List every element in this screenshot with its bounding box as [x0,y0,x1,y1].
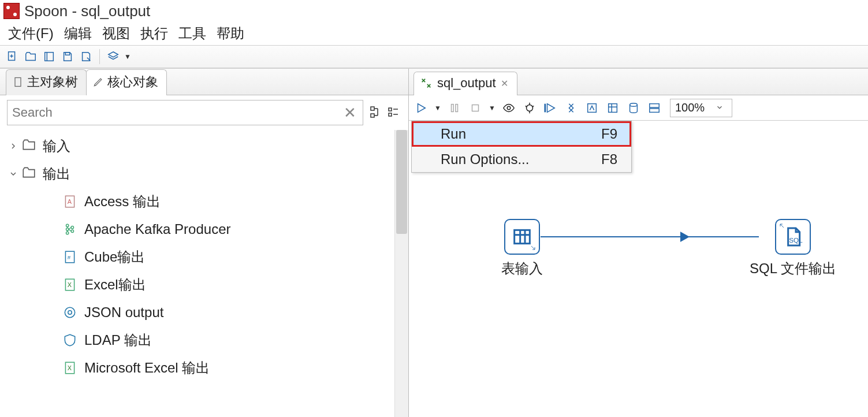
tree-item-json-output[interactable]: JSON output [6,299,394,326]
step-table-input[interactable]: 表输入 [501,219,543,278]
menu-file[interactable]: 文件(F) [5,22,57,45]
toolbar-separator [99,49,100,64]
menu-run[interactable]: 执行 [137,22,172,45]
open-folder-icon[interactable] [23,49,38,64]
tree-item-excel-output[interactable]: X Excel输出 [6,271,394,299]
save-icon[interactable] [60,49,75,64]
tree-folder-input[interactable]: 输入 [6,132,394,160]
zoom-selector[interactable]: 100% [670,99,732,117]
menu-item-run-label: Run [441,126,466,142]
workspace: 主对象树 核心对象 ✕ 输入 [0,68,868,417]
svg-text:X: X [68,281,72,288]
hop-arrow[interactable] [541,236,759,237]
stop-dropdown-icon[interactable]: ▼ [489,104,496,112]
tree-item-access-output[interactable]: A Access 输出 [6,188,394,215]
tab-core-objects-label: 核心对象 [107,73,158,91]
menu-item-run-options-label: Run Options... [441,151,529,167]
svg-text:A: A [68,198,72,205]
excel-file-icon: X [61,359,79,377]
step-sql-output-label: SQL 文件输出 [750,259,836,278]
clear-search-icon[interactable]: ✕ [342,105,358,121]
tree-scrollbar[interactable] [394,130,408,417]
ldap-shield-icon [61,332,79,349]
left-tabs: 主对象树 核心对象 [0,69,408,95]
impact-icon[interactable] [584,100,599,116]
svg-rect-34 [456,104,458,111]
close-tab-icon[interactable]: ✕ [501,79,509,87]
svg-point-16 [66,232,69,234]
tree-item-ms-excel-output[interactable]: X Microsoft Excel 输出 [6,354,394,382]
perspectives-icon[interactable] [106,49,121,64]
chevron-down-icon [6,169,21,178]
tree-view-icon[interactable] [369,105,384,120]
new-file-icon[interactable] [5,49,20,64]
perspectives-dropdown-icon[interactable]: ▼ [124,53,131,61]
tree-item-label: Access 输出 [84,192,161,211]
search-box: ✕ [7,100,363,125]
run-dropdown-icon[interactable]: ▼ [434,104,441,112]
run-dropdown-menu: Run F9 Run Options... F8 [411,121,632,173]
svg-point-15 [66,224,69,226]
access-file-icon: A [61,193,79,210]
stop-button[interactable] [468,100,483,116]
explore-repo-icon[interactable] [42,49,57,64]
tree-folder-output[interactable]: 输出 [6,160,394,188]
transformation-icon [420,77,433,90]
tab-core-objects[interactable]: 核心对象 [86,69,167,95]
svg-rect-10 [389,113,392,116]
search-input[interactable] [12,105,342,120]
svg-rect-7 [371,107,374,110]
zoom-value: 100% [675,101,716,114]
menu-edit[interactable]: 编辑 [61,22,95,45]
run-button[interactable] [413,100,429,116]
svg-rect-45 [609,103,617,112]
menu-view[interactable]: 视图 [99,22,133,45]
object-tree: 输入 输出 A Access 输出 Apache Kafka Producer … [0,130,394,417]
spoon-app-icon [3,3,20,19]
svg-text:X: X [68,364,72,371]
replay-icon[interactable] [543,100,558,116]
tree-item-label: JSON output [84,304,163,321]
sql-icon[interactable] [605,100,620,116]
save-as-icon[interactable] [79,49,94,64]
svg-line-22 [69,228,71,229]
folder-icon [21,137,38,155]
editor-toolbar: ▼ ▼ 100% Run F9 Run Options. [409,95,868,121]
editor-tabs: sql_output ✕ [409,69,868,95]
table-input-icon [504,219,540,255]
sql-file-output-icon: SQL [775,219,811,255]
explore-db-icon[interactable] [626,100,641,116]
tree-container: 输入 输出 A Access 输出 Apache Kafka Producer … [0,130,408,417]
tree-item-kafka-producer[interactable]: Apache Kafka Producer [6,215,394,243]
tab-main-tree[interactable]: 主对象树 [6,69,87,95]
svg-marker-32 [418,103,426,112]
scrollbar-thumb[interactable] [396,130,407,234]
menu-tools[interactable]: 工具 [175,22,210,45]
editor-tab-sql-output[interactable]: sql_output ✕ [413,72,517,95]
step-table-input-label: 表输入 [501,259,543,278]
svg-rect-48 [650,108,660,111]
tree-item-cube-output[interactable]: # Cube输出 [6,243,394,271]
step-sql-file-output[interactable]: SQL SQL 文件输出 [750,219,836,278]
debug-icon[interactable] [522,100,537,116]
list-view-icon[interactable] [386,105,401,120]
svg-point-37 [527,105,533,111]
svg-rect-5 [65,53,69,55]
preview-icon[interactable] [501,100,516,116]
svg-marker-42 [547,103,555,112]
editor-tab-label: sql_output [437,76,496,91]
svg-rect-3 [45,53,54,61]
show-results-icon[interactable] [647,100,662,116]
menu-item-run[interactable]: Run F9 [412,121,631,147]
tree-item-ldap-output[interactable]: LDAP 输出 [6,326,394,354]
excel-file-icon: X [61,276,79,293]
svg-line-23 [69,229,71,231]
menu-help[interactable]: 帮助 [213,22,248,45]
tab-main-tree-label: 主对象树 [27,73,78,91]
pause-button[interactable] [447,100,462,116]
menu-item-run-options-shortcut: F8 [601,151,617,167]
svg-point-36 [507,106,511,110]
verify-icon[interactable] [564,100,579,116]
menu-item-run-options[interactable]: Run Options... F8 [412,147,631,172]
chevron-right-icon [6,142,21,151]
